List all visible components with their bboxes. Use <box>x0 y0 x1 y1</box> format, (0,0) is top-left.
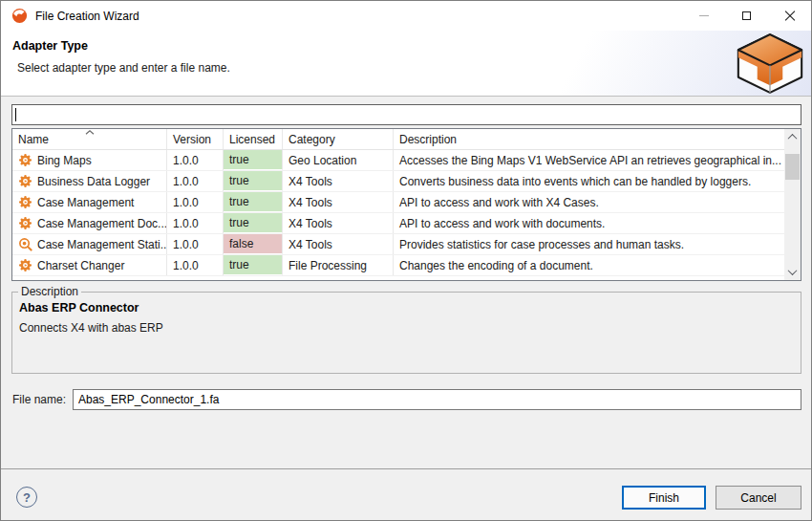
footer-separator <box>1 468 811 469</box>
magnifier-gear-icon <box>18 237 32 251</box>
x4-cube-logo-icon <box>736 33 804 95</box>
file-name-label: File name: <box>12 389 66 410</box>
scroll-up-button[interactable] <box>784 129 801 145</box>
table-row[interactable]: Case Management Doc... 1.0.0 true X4 Too… <box>12 213 784 234</box>
maximize-button[interactable] <box>725 1 768 31</box>
selected-adapter-description: Connects X4 with abas ERP <box>19 321 801 335</box>
wizard-banner: Adapter Type Select adapter type and ent… <box>1 31 811 97</box>
description-groupbox: Description Abas ERP Connector Connects … <box>11 285 801 374</box>
file-name-input[interactable] <box>73 389 801 410</box>
vertical-scrollbar[interactable] <box>784 129 801 280</box>
maximize-icon <box>742 11 751 20</box>
gear-icon <box>18 153 32 167</box>
gear-icon <box>18 195 32 209</box>
close-button[interactable] <box>768 1 811 31</box>
table-row[interactable]: Case Management Stati... 1.0.0 false X4 … <box>12 234 784 255</box>
gear-icon <box>18 174 32 188</box>
table-row[interactable]: Charset Changer 1.0.0 true File Processi… <box>12 255 784 276</box>
licensed-badge: true <box>224 213 283 233</box>
chevron-down-icon <box>788 266 798 275</box>
text-caret <box>15 108 16 121</box>
licensed-badge: true <box>224 192 283 212</box>
column-header-version[interactable]: Version <box>167 129 224 149</box>
adapter-filter-input[interactable] <box>11 104 801 125</box>
chevron-up-icon <box>788 134 798 143</box>
minimize-icon <box>699 15 709 16</box>
table-row[interactable]: Business Data Logger 1.0.0 true X4 Tools… <box>12 171 784 192</box>
description-groupbox-label: Description <box>18 285 81 298</box>
licensed-badge: true <box>224 171 283 191</box>
scroll-down-button[interactable] <box>784 264 801 280</box>
page-subtitle: Select adapter type and enter a file nam… <box>17 61 230 75</box>
table-row[interactable]: Case Management 1.0.0 true X4 Tools API … <box>12 192 784 213</box>
sort-ascending-icon <box>85 130 95 135</box>
table-header-row: Name Version Licensed Category Descripti… <box>12 129 784 150</box>
gear-icon <box>18 216 32 230</box>
app-logo-icon <box>11 8 28 24</box>
licensed-badge: false <box>224 234 283 254</box>
table-row[interactable]: Bing Maps 1.0.0 true Geo Location Access… <box>12 150 784 171</box>
minimize-button[interactable] <box>682 1 725 31</box>
licensed-badge: true <box>224 255 283 275</box>
column-header-licensed[interactable]: Licensed <box>224 129 283 149</box>
finish-button[interactable]: Finish <box>622 486 706 510</box>
file-creation-wizard-dialog: File Creation Wizard Adapter Type Select… <box>0 0 812 521</box>
window-title: File Creation Wizard <box>35 10 139 23</box>
adapter-table: Name Version Licensed Category Descripti… <box>11 128 801 281</box>
column-header-category[interactable]: Category <box>283 129 394 149</box>
gear-icon <box>18 258 32 272</box>
title-bar: File Creation Wizard <box>1 1 811 31</box>
licensed-badge: true <box>224 150 283 170</box>
scrollbar-thumb[interactable] <box>785 154 800 180</box>
help-button[interactable]: ? <box>16 487 37 508</box>
page-title: Adapter Type <box>12 39 88 53</box>
close-icon <box>784 11 796 22</box>
selected-adapter-title: Abas ERP Connector <box>19 301 801 315</box>
cancel-button[interactable]: Cancel <box>716 486 801 510</box>
column-header-description[interactable]: Description <box>394 129 784 149</box>
column-header-name[interactable]: Name <box>12 129 167 149</box>
